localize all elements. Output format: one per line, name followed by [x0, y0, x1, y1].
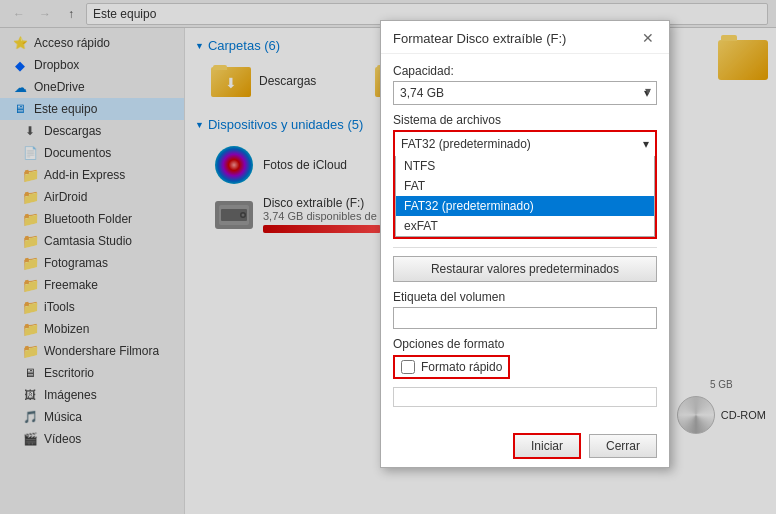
- format-rapido-checkbox[interactable]: [401, 360, 415, 374]
- format-options-group: Opciones de formato Formato rápido: [393, 337, 657, 379]
- filesystem-group: Sistema de archivos FAT32 (predeterminad…: [393, 113, 657, 239]
- capacity-select-wrapper: 3,74 GB ▾: [393, 81, 657, 105]
- separator: [393, 247, 657, 248]
- modal-body: Capacidad: 3,74 GB ▾ Sistema de archivos…: [381, 54, 669, 425]
- filesystem-select[interactable]: FAT32 (predeterminado) ▾: [395, 132, 655, 156]
- filesystem-label: Sistema de archivos: [393, 113, 657, 127]
- dropdown-item-exfat[interactable]: exFAT: [396, 216, 654, 236]
- dropdown-item-fat[interactable]: FAT: [396, 176, 654, 196]
- capacity-select[interactable]: 3,74 GB ▾: [393, 81, 657, 105]
- modal-overlay: Formatear Disco extraíble (F:) ✕ Capacid…: [0, 0, 776, 514]
- format-options-label: Opciones de formato: [393, 337, 657, 351]
- restore-group: Restaurar valores predeterminados: [393, 256, 657, 282]
- filesystem-select-container: FAT32 (predeterminado) ▾ NTFS FAT FAT32 …: [393, 130, 657, 239]
- capacity-label: Capacidad:: [393, 64, 657, 78]
- dropdown-item-ntfs[interactable]: NTFS: [396, 156, 654, 176]
- filesystem-dropdown: NTFS FAT FAT32 (predeterminado) exFAT: [395, 156, 655, 237]
- cerrar-button[interactable]: Cerrar: [589, 434, 657, 458]
- capacity-value: 3,74 GB: [400, 86, 444, 100]
- modal-footer: Iniciar Cerrar: [381, 425, 669, 467]
- iniciar-button[interactable]: Iniciar: [513, 433, 581, 459]
- volume-label-group: Etiqueta del volumen: [393, 290, 657, 329]
- progress-area: [393, 387, 657, 407]
- format-modal: Formatear Disco extraíble (F:) ✕ Capacid…: [380, 20, 670, 468]
- format-rapido-text: Formato rápido: [421, 360, 502, 374]
- volume-label-input[interactable]: [393, 307, 657, 329]
- restore-button[interactable]: Restaurar valores predeterminados: [393, 256, 657, 282]
- capacity-group: Capacidad: 3,74 GB ▾: [393, 64, 657, 105]
- chevron-down-icon: ▾: [644, 86, 650, 100]
- format-rapido-row: Formato rápido: [393, 355, 657, 379]
- modal-title: Formatear Disco extraíble (F:): [393, 31, 566, 46]
- volume-label-label: Etiqueta del volumen: [393, 290, 657, 304]
- chevron-down-icon: ▾: [643, 137, 649, 151]
- format-rapido-label[interactable]: Formato rápido: [393, 355, 510, 379]
- modal-title-bar: Formatear Disco extraíble (F:) ✕: [381, 21, 669, 54]
- modal-close-button[interactable]: ✕: [639, 29, 657, 47]
- filesystem-selected: FAT32 (predeterminado): [401, 137, 531, 151]
- dropdown-item-fat32[interactable]: FAT32 (predeterminado): [396, 196, 654, 216]
